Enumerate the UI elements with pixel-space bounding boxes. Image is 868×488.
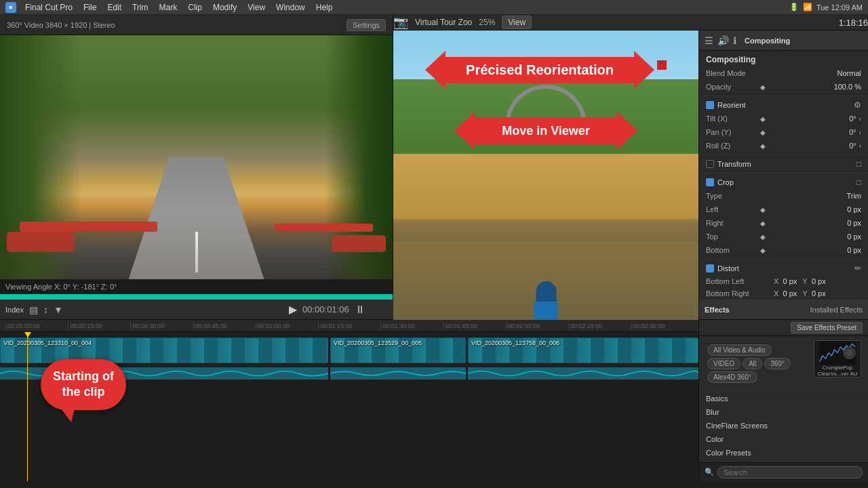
inspector-timecode: Compositing	[745, 37, 790, 45]
menu-file[interactable]: File	[79, 1, 101, 14]
ruler-1: 00:00:15:00	[68, 323, 130, 329]
inspector-icon-view[interactable]: ☰	[705, 35, 713, 46]
inspector-icon-info[interactable]: ℹ	[733, 35, 736, 46]
menu-window[interactable]: Window	[271, 1, 310, 14]
app-logo: ■	[5, 2, 16, 13]
effects-search-input[interactable]	[717, 466, 863, 479]
effect-basics[interactable]: Basics	[699, 392, 868, 405]
left-progress-bar[interactable]	[0, 294, 393, 300]
left-video-preview	[0, 35, 393, 279]
transform-checkbox[interactable]	[706, 160, 714, 168]
filter-360[interactable]: 360°	[764, 358, 791, 369]
menu-clip[interactable]: Clip	[183, 1, 207, 14]
distort-checkbox[interactable]	[706, 264, 714, 272]
ruler-3: 00:00:45:00	[193, 323, 256, 329]
reorient-checkbox[interactable]	[706, 101, 714, 109]
opacity-value: 100.0 %	[768, 83, 861, 91]
roll-label: Roll (Z)	[706, 142, 760, 150]
distort-bottomright-label: Bottom Right	[706, 289, 774, 298]
crop-top-row: Top ◆ 0 px	[699, 230, 868, 243]
viewing-angle-text: Viewing Angle X: 0° Y: -181° Z: 0°	[5, 283, 117, 291]
top-arrow-label: Précised Reorientation	[446, 57, 634, 83]
bottom-arrow-container: Move in Viewer	[393, 112, 698, 150]
effect-blur[interactable]: Blur	[699, 405, 868, 419]
play-btn[interactable]: ▶	[289, 303, 297, 316]
menu-right-area: 🔋 📶 Tue 12:09 AM	[789, 3, 863, 12]
menu-view[interactable]: View	[243, 1, 270, 14]
distort-bottomright-y: 0 px	[809, 289, 826, 298]
bottom-arrow-label: Move in Viewer	[475, 117, 617, 145]
distort-icon: ✏	[854, 264, 861, 273]
center-view-btn[interactable]: View	[502, 16, 532, 29]
crop-type-value: Trim	[760, 192, 861, 200]
filter-alex4d[interactable]: Alex4D 360°	[707, 371, 757, 383]
menu-mark[interactable]: Mark	[155, 1, 182, 14]
annotation-text: Starting ofthe clip	[41, 359, 126, 410]
crop-bottom-value: 0 px	[766, 246, 861, 254]
menu-edit[interactable]: Edit	[102, 1, 126, 14]
tilt-row: Tilt (X) ◆ 0° ‹	[699, 112, 868, 125]
ruler-marks: 00:00:00:00 00:00:15:00 00:00:30:00 00:0…	[5, 323, 693, 329]
crop-right-row: Right ◆ 0 px	[699, 216, 868, 230]
roll-value: 0°	[767, 142, 856, 150]
center-viewer-topbar: 📷 Virtual Tour Zoo 25% View 1:18:16	[393, 15, 868, 30]
settings-btn[interactable]: Settings	[347, 19, 386, 31]
audio-waveform-2	[330, 367, 466, 380]
crop-type-label: Type	[706, 192, 760, 200]
filter-all[interactable]: All	[743, 358, 762, 369]
opacity-row: Opacity ◆ 100.0 %	[699, 80, 868, 94]
distort-bottomright-row: Bottom Right X 0 px Y 0 px	[699, 287, 868, 300]
pause-btn[interactable]: ⏸	[355, 304, 366, 316]
bubble-tail	[61, 409, 75, 422]
plugin-thumbnail: CrumplePop ClearVo...ver AU	[814, 340, 861, 378]
effect-color-presets[interactable]: Color Presets	[699, 446, 868, 460]
effect-color[interactable]: Color	[699, 432, 868, 446]
menu-finalcutpro[interactable]: Final Cut Pro	[20, 1, 77, 14]
distort-bottomleft-y: 0 px	[809, 277, 826, 285]
installed-effects-label: Installed Effects	[810, 306, 863, 314]
blend-mode-value: Normal	[760, 69, 861, 77]
reorient-label: Reorient	[717, 101, 854, 109]
distort-bottomleft-x: 0 px	[780, 277, 797, 285]
timecode-display: 1:18:16	[839, 18, 868, 28]
inspector-icon-audio[interactable]: 🔊	[717, 35, 729, 46]
crop-icon: □	[856, 178, 861, 187]
crop-checkbox[interactable]	[706, 178, 714, 186]
center-video-preview: Précised Reorientation Move in Viewer	[393, 30, 698, 356]
crop-right-label: Right	[706, 219, 760, 227]
left-viewer-top: 360° Video 3840 × 1920 | Stereo Settings	[0, 15, 393, 35]
timeline-tracks[interactable]: Starting ofthe clip VID_20200305_123310_…	[0, 332, 698, 481]
index-label[interactable]: Index	[5, 306, 24, 314]
crop-label: Crop	[717, 178, 856, 186]
transform-icon: □	[856, 159, 861, 169]
ruler-8: 00:02:00:00	[506, 323, 568, 329]
crop-left-value: 0 px	[766, 205, 861, 214]
blend-mode-label: Blend Mode	[706, 69, 760, 77]
wifi-icon: 📶	[803, 3, 812, 12]
reorient-row: Reorient ⚙	[699, 98, 868, 112]
menu-trim[interactable]: Trim	[127, 1, 153, 14]
menu-help[interactable]: Help	[311, 1, 338, 14]
effects-header: Effects Installed Effects	[699, 300, 868, 320]
filter-all-video-audio[interactable]: All Video & Audio	[707, 344, 772, 356]
menu-bar: ■ Final Cut Pro File Edit Trim Mark Clip…	[0, 0, 868, 15]
effect-cineflare[interactable]: CineFlare Screens	[699, 419, 868, 432]
playhead[interactable]	[27, 332, 28, 481]
save-effects-preset-btn[interactable]: Save Effects Preset	[791, 322, 863, 333]
transform-label: Transform	[717, 160, 856, 168]
crop-top-label: Top	[706, 232, 760, 241]
filter-video[interactable]: VIDEO	[707, 358, 741, 369]
clip-2[interactable]: VID_20200305_123529_00_005	[330, 338, 466, 363]
clip-3[interactable]: VID_20200305_123758_00_006	[468, 338, 698, 363]
opacity-label: Opacity	[706, 83, 760, 91]
distort-bottomleft-label: Bottom Left	[706, 277, 774, 285]
crop-row: Crop □	[699, 176, 868, 189]
menu-modify[interactable]: Modify	[208, 1, 241, 14]
effects-title: Effects	[705, 306, 730, 314]
transform-row: Transform □	[699, 157, 868, 171]
effects-list[interactable]: Basics Blur CineFlare Screens Color Colo…	[699, 392, 868, 462]
clips-icon[interactable]: ▤	[29, 304, 38, 315]
sort-icon[interactable]: ↕	[43, 304, 48, 315]
filter-icon[interactable]: ▼	[54, 304, 63, 315]
reorient-icon: ⚙	[854, 100, 861, 110]
